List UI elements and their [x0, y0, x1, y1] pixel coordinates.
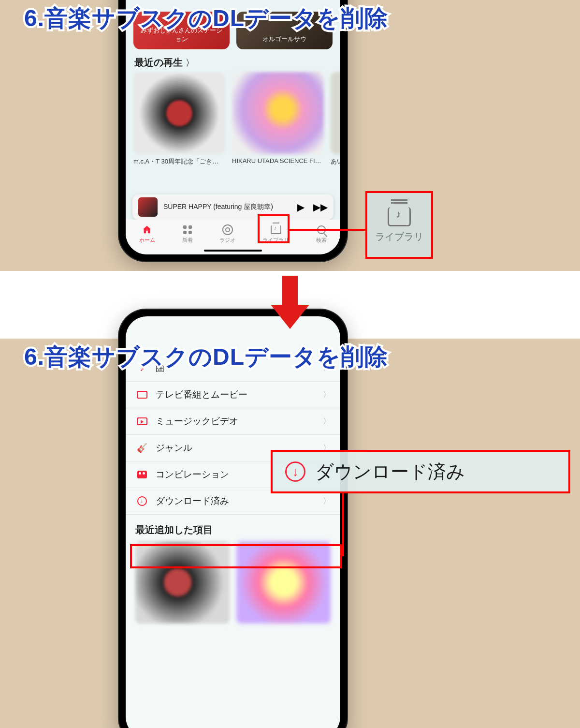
- arrow-down-icon: [276, 276, 304, 334]
- recent-added-header: 最近追加した項目: [126, 515, 340, 541]
- tab-label: ホーム: [139, 237, 155, 244]
- music-app-home: みずおじさんさんのステーション オルゴールサウ 最近の再生 〉 m.c.A・T …: [126, 0, 340, 254]
- album-item[interactable]: あいっ! - …: [331, 72, 340, 166]
- music-video-icon: [135, 417, 149, 425]
- music-app-library: ♪ 曲 〉 テレビ番組とムービー 〉 ミュージックビデオ 〉 🎸 ジャンル: [126, 316, 340, 728]
- radio-icon: [222, 224, 233, 236]
- tab-new[interactable]: 新着: [182, 224, 193, 244]
- download-icon: [135, 496, 149, 506]
- step-title: 6.音楽サブスクのDLデータを削除: [24, 3, 388, 34]
- album-art: [232, 72, 324, 154]
- callout-downloaded: ↓ ダウンロード済み: [271, 450, 570, 493]
- tab-label: ラジオ: [219, 237, 235, 244]
- phone-frame-top: みずおじさんさんのステーション オルゴールサウ 最近の再生 〉 m.c.A・T …: [119, 0, 347, 261]
- forward-icon[interactable]: ▶▶: [313, 201, 328, 213]
- library-row-tv[interactable]: テレビ番組とムービー 〉: [126, 382, 340, 408]
- album-item[interactable]: HIKARU UTADA SCIENCE FI…: [232, 72, 324, 166]
- album-caption: m.c.A・T 30周年記念「ごき…: [133, 157, 225, 166]
- connector-line: [290, 229, 365, 231]
- tab-label: 新着: [182, 237, 193, 244]
- station-label-2: オルゴールサウ: [262, 35, 306, 44]
- home-icon: [142, 224, 152, 236]
- callout-library: ライブラリ: [365, 191, 433, 259]
- album-item[interactable]: m.c.A・T 30周年記念「ごき…: [133, 72, 225, 166]
- row-label: ミュージックビデオ: [156, 415, 316, 428]
- tab-search[interactable]: 検索: [316, 224, 327, 244]
- step-title: 6.音楽サブスクのDLデータを削除: [24, 342, 388, 372]
- play-icon[interactable]: ▶: [297, 201, 304, 213]
- tv-icon: [135, 391, 149, 399]
- callout-label: ダウンロード済み: [315, 460, 465, 484]
- home-indicator[interactable]: [204, 250, 262, 252]
- album-caption: HIKARU UTADA SCIENCE FI…: [232, 157, 324, 164]
- connector-line: [342, 493, 344, 556]
- grid-icon: [183, 224, 192, 236]
- row-label: テレビ番組とムービー: [156, 388, 316, 401]
- download-icon: ↓: [285, 461, 305, 482]
- album-art: [133, 72, 225, 154]
- now-playing-title: SUPER HAPPY (featuring 屋良朝幸): [163, 203, 291, 211]
- genre-icon: 🎸: [135, 443, 149, 453]
- chevron-right-icon: 〉: [186, 57, 194, 69]
- now-playing-art: [138, 197, 158, 217]
- tab-label: 検索: [316, 237, 327, 244]
- chevron-right-icon: 〉: [323, 390, 331, 400]
- chevron-right-icon: 〉: [323, 496, 331, 506]
- library-icon: [388, 207, 411, 226]
- section-title: 最近の再生: [134, 56, 183, 69]
- chevron-right-icon: 〉: [323, 416, 331, 427]
- library-row-mv[interactable]: ミュージックビデオ 〉: [126, 408, 340, 435]
- row-label: ダウンロード済み: [156, 495, 316, 507]
- album-caption: あいっ! - …: [331, 157, 340, 166]
- highlight-library-tab: [258, 214, 290, 243]
- callout-label: ライブラリ: [375, 230, 423, 243]
- recent-played-header[interactable]: 最近の再生 〉: [126, 49, 340, 72]
- highlight-downloaded-row: [130, 544, 342, 568]
- tab-home[interactable]: ホーム: [139, 224, 155, 244]
- album-art: [331, 72, 340, 154]
- tab-radio[interactable]: ラジオ: [219, 224, 235, 244]
- now-playing-bar[interactable]: SUPER HAPPY (featuring 屋良朝幸) ▶ ▶▶: [132, 194, 334, 220]
- compilation-icon: [135, 471, 149, 478]
